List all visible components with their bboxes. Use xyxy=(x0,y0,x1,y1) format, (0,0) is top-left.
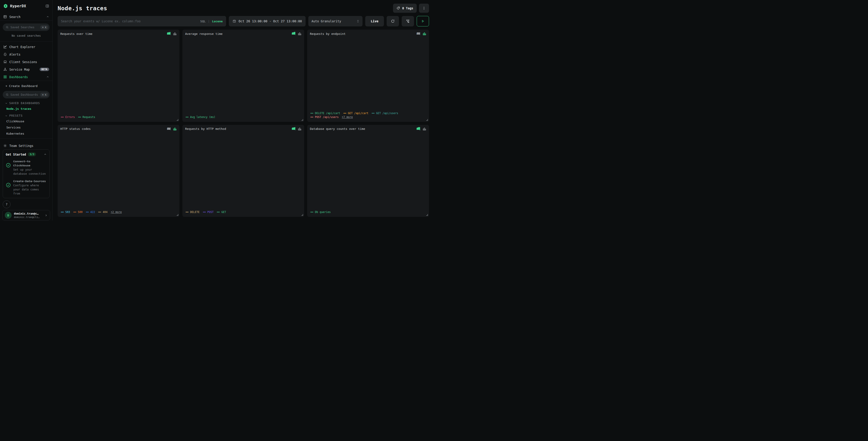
chart-canvas[interactable] xyxy=(60,131,177,209)
sidebar-item-service-map[interactable]: Service Map BETA xyxy=(0,66,52,73)
legend-item[interactable]: 503 xyxy=(61,210,70,214)
chart-title: Requests over time xyxy=(60,32,92,35)
legend-label: 422 xyxy=(90,210,95,214)
chart-area xyxy=(185,36,302,114)
legend-more-link[interactable]: +2 more xyxy=(111,210,122,214)
line-chart-toggle-icon[interactable]: 1612840Oct 26 1:00:00 PM11:00:00 PM12:30… xyxy=(416,32,420,35)
bar-chart-toggle-icon[interactable] xyxy=(298,127,302,131)
preset-item-clickhouse[interactable]: ClickHouse xyxy=(0,118,52,124)
legend-item[interactable]: POST xyxy=(203,210,214,214)
filter-button[interactable] xyxy=(402,16,414,26)
charts-grid: Requests over time 1612840Oct 26 1:00:00… xyxy=(53,30,434,220)
get-started-title: Get Started xyxy=(6,153,26,156)
resize-handle[interactable] xyxy=(302,214,303,216)
chart-legend: ErrorsRequests xyxy=(60,114,177,120)
chart-canvas[interactable] xyxy=(310,131,426,209)
legend-item[interactable]: Requests xyxy=(78,116,95,119)
chart-panel-header: HTTP status codes 1612840Oct 26 1:00:00 … xyxy=(60,127,177,131)
sidebar-item-search[interactable]: Search xyxy=(0,13,52,21)
chart-canvas[interactable] xyxy=(310,36,426,110)
chevron-right-icon xyxy=(44,214,48,217)
group-saved-dashboards[interactable]: SAVED DASHBOARDS xyxy=(0,99,52,106)
shortcut-badge: ⌘ K xyxy=(40,93,48,97)
refresh-button[interactable] xyxy=(386,16,399,26)
sidebar-item-team-settings[interactable]: Team Settings xyxy=(0,142,52,149)
sql-toggle[interactable]: SQL xyxy=(200,20,206,23)
line-chart-toggle-icon[interactable]: 20151050Oct 26 1:00:00 PM11:30:00 PM12:3… xyxy=(416,127,420,131)
legend-label: DELETE /api/cart xyxy=(315,112,340,115)
bar-chart-toggle-icon[interactable] xyxy=(173,32,177,35)
resize-handle[interactable] xyxy=(177,214,178,216)
more-options-button[interactable] xyxy=(419,4,429,13)
resize-handle[interactable] xyxy=(177,119,178,121)
line-chart-toggle-icon[interactable]: 1612840Oct 26 1:00:00 PM11:00:00 PM12:30… xyxy=(167,127,170,131)
sidebar-item-dashboards[interactable]: Dashboards xyxy=(0,73,52,81)
get-started-item-connect[interactable]: Connect to ClickHouse Set up your databa… xyxy=(6,159,47,176)
legend-item[interactable]: Db queries xyxy=(310,210,331,214)
bar-chart-toggle-icon[interactable] xyxy=(298,32,302,35)
resize-handle[interactable] xyxy=(302,119,303,121)
legend-item[interactable]: 404 xyxy=(98,210,107,214)
magnifier-icon xyxy=(6,26,9,29)
search-input[interactable] xyxy=(61,19,198,23)
line-chart-toggle-icon[interactable]: 129630Oct 26 1:00:00 PM11:30:00 PM12:30:… xyxy=(292,127,295,131)
sidebar-collapse-icon[interactable] xyxy=(45,4,49,8)
chart-canvas[interactable] xyxy=(185,131,302,209)
sidebar-item-chart-explorer[interactable]: Chart Explorer xyxy=(0,43,52,51)
run-query-button[interactable] xyxy=(417,16,429,26)
legend-more-link[interactable]: +7 more xyxy=(342,116,353,119)
bar-chart-toggle-icon[interactable] xyxy=(423,127,426,131)
legend-item[interactable]: GET /api/cart xyxy=(343,112,368,115)
chart-canvas[interactable] xyxy=(60,36,177,114)
line-chart-toggle-icon[interactable]: 1612840Oct 26 1:00:00 PM11:30:00 PM12:30… xyxy=(167,32,170,35)
user-menu[interactable]: D dominic.tran@c… dominic.tran@cli… xyxy=(2,210,50,220)
legend-item[interactable]: POST /api/users xyxy=(310,116,339,119)
live-button[interactable]: Live xyxy=(365,16,384,26)
legend-item[interactable]: Avg latency (ms) xyxy=(186,116,215,119)
legend-item[interactable]: 500 xyxy=(73,210,83,214)
saved-dashboards-input[interactable]: Saved Dashboards ⌘ K xyxy=(3,91,50,98)
resize-handle[interactable] xyxy=(426,214,428,216)
chart-title: Requests by HTTP method xyxy=(185,127,226,130)
bar-chart-toggle-icon[interactable] xyxy=(423,32,426,35)
chevron-down-icon xyxy=(5,102,7,105)
legend-item[interactable]: 422 xyxy=(86,210,95,214)
lucene-toggle[interactable]: Lucene xyxy=(212,20,223,23)
tags-button[interactable]: 0 Tags xyxy=(393,4,417,13)
chart-title: Requests by endpoint xyxy=(310,32,346,35)
get-started-item-sources[interactable]: Create Data Sources Configure where your… xyxy=(6,179,47,196)
saved-searches-input[interactable]: Saved Searches ⌘ K xyxy=(3,24,50,31)
legend-dash-icon xyxy=(186,117,189,117)
logo-row: HyperDX xyxy=(0,0,52,13)
legend-item[interactable]: DELETE xyxy=(186,210,200,214)
toolbar: SQL | Lucene Oct 26 13:00:00 - Oct 27 13… xyxy=(53,16,434,30)
legend-dash-icon xyxy=(217,212,220,212)
no-saved-searches-text: No saved searches xyxy=(0,32,52,40)
line-chart-toggle-icon[interactable]: 1k4503001500Oct 26 1:00:00 PM11:30:00 PM… xyxy=(292,32,295,35)
select-arrows-icon xyxy=(356,20,359,23)
legend-item[interactable]: GET xyxy=(217,210,226,214)
legend-item[interactable]: GET /api/users xyxy=(372,112,398,115)
resize-handle[interactable] xyxy=(426,119,428,121)
granularity-select[interactable]: Auto Granularity xyxy=(308,16,363,26)
legend-dash-icon xyxy=(186,212,189,212)
create-dashboard-button[interactable]: + Create Dashboard xyxy=(0,82,52,89)
sidebar-item-alerts[interactable]: Alerts xyxy=(0,51,52,58)
chevron-up-icon[interactable] xyxy=(44,153,47,156)
preset-item-kubernetes[interactable]: Kubernetes xyxy=(0,130,52,137)
help-row: ? xyxy=(0,200,52,210)
chart-legend: DELETE /api/cartGET /api/cartGET /api/us… xyxy=(310,110,426,120)
group-presets[interactable]: PRESETS xyxy=(0,112,52,118)
sidebar-item-client-sessions[interactable]: Client Sessions xyxy=(0,58,52,66)
legend-dash-icon xyxy=(310,113,313,113)
preset-item-services[interactable]: Services xyxy=(0,124,52,130)
legend-item[interactable]: Errors xyxy=(61,116,75,119)
dashboard-item-nodejs-traces[interactable]: Node.js traces xyxy=(0,106,52,112)
help-button[interactable]: ? xyxy=(3,201,10,208)
chart-canvas[interactable] xyxy=(185,36,302,114)
legend-dash-icon xyxy=(73,212,76,212)
chart-panel-requests-over-time: Requests over time 1612840Oct 26 1:00:00… xyxy=(58,30,179,122)
date-range-picker[interactable]: Oct 26 13:00:00 - Oct 27 13:00:00 xyxy=(229,16,306,26)
legend-item[interactable]: DELETE /api/cart xyxy=(310,112,340,115)
bar-chart-toggle-icon[interactable] xyxy=(173,127,177,131)
